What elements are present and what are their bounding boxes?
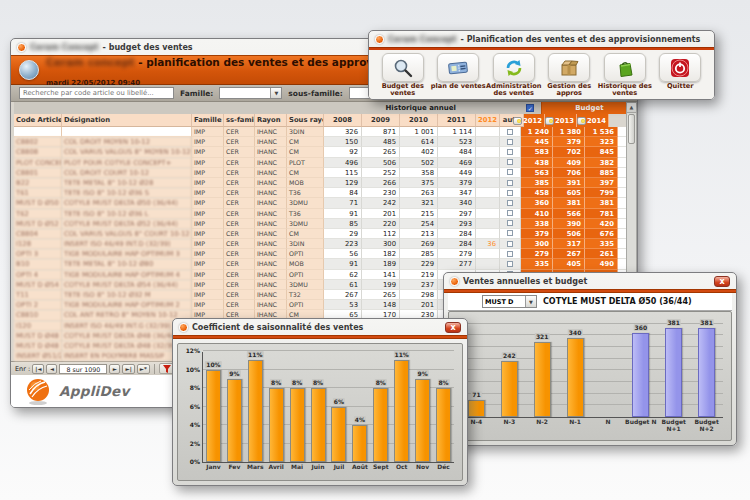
last-record-button[interactable]: ►| xyxy=(122,364,134,374)
auto-checkbox[interactable] xyxy=(507,210,513,216)
auto-checkbox[interactable] xyxy=(507,261,513,267)
gestion-des-appros-button[interactable]: Gestion des appros xyxy=(542,53,597,98)
gutter-cell xyxy=(618,219,626,229)
year-value-cell: 484 xyxy=(438,147,476,157)
column-header-2: Désignation xyxy=(62,114,192,127)
year-value-cell: 84 xyxy=(324,188,362,198)
next-record-button[interactable]: ► xyxy=(109,364,120,374)
close-icon[interactable]: x xyxy=(445,322,461,333)
auto-checkbox[interactable] xyxy=(507,180,513,186)
toolbar-titlebar[interactable]: Ceram Concept - Planification des ventes… xyxy=(369,31,714,47)
table-row[interactable]: C8802COL DROIT MOYEN 10-12IMPCERIHANCCM1… xyxy=(14,137,637,147)
budget-value-cell: 438 xyxy=(521,158,553,168)
auto-cell xyxy=(500,158,521,168)
table-row[interactable]: C8808COL VARUS VALGUS 8° MOYEN 10-12IMPC… xyxy=(14,147,637,157)
new-record-button[interactable]: ►* xyxy=(137,364,150,374)
auto-checkbox[interactable] xyxy=(507,159,513,165)
table-row[interactable]: IMPCERIHANC3DIN3268711 0011 1141 2401 38… xyxy=(14,127,637,137)
budget-value-cell: 1 380 xyxy=(553,127,585,137)
x-axis-label: Sept xyxy=(373,464,389,471)
auto-checkbox[interactable] xyxy=(507,230,513,236)
auto-checkbox[interactable] xyxy=(507,251,513,257)
ss-famille-cell: CER xyxy=(224,290,255,300)
auto-checkbox[interactable] xyxy=(507,149,513,155)
year-value-cell: 614 xyxy=(400,137,438,147)
auto-checkbox[interactable] xyxy=(507,241,513,247)
year-2012-cell xyxy=(476,188,500,198)
ss-famille-cell: CER xyxy=(224,127,255,137)
table-row[interactable]: OPTI 3TIGE MODULAIRE HAP OPTIMUM 3IMPCER… xyxy=(14,249,637,259)
y-axis-label: 6% xyxy=(182,403,200,410)
rayon-cell: IHANC xyxy=(255,158,287,168)
globe-icon xyxy=(19,60,39,80)
search-input[interactable] xyxy=(19,87,174,99)
sous-rayon-cell: CM xyxy=(287,147,324,157)
sous-rayon-cell: 3DMU xyxy=(287,198,324,208)
historique-des-ventes-button[interactable]: Historique des ventes xyxy=(597,53,652,98)
funnel-icon xyxy=(163,365,171,373)
bulb-icon[interactable] xyxy=(513,117,522,125)
administration-des-ventes-button[interactable]: Administration des ventes xyxy=(486,53,541,98)
scrollbar-thumb[interactable] xyxy=(628,114,635,144)
ss-famille-cell: CER xyxy=(224,188,255,198)
code-cell xyxy=(14,127,62,137)
table-row[interactable]: B22TETE METAL 8° 10-12 Ø28IMPCERIHANCMOB… xyxy=(14,178,637,188)
year-value-cell: 297 xyxy=(438,209,476,219)
auto-checkbox[interactable] xyxy=(507,129,513,135)
table-row[interactable]: PLOT CONCEPT+PLOT POUR COTYLE CONCEPT+IM… xyxy=(14,158,637,168)
famille-select[interactable]: ▼ xyxy=(219,87,282,99)
bulb-icon[interactable] xyxy=(545,117,554,125)
year-value-cell: 279 xyxy=(438,249,476,259)
quitter-button[interactable]: Quitter xyxy=(653,53,708,98)
table-row[interactable]: C8801COL DROIT COURT 10-12IMPCERIHANCCM1… xyxy=(14,168,637,178)
year-value-cell: 61 xyxy=(324,280,362,290)
chevron-down-icon[interactable]: ▼ xyxy=(525,296,536,307)
auto-cell xyxy=(500,127,521,137)
designation-cell: COL VARUS VALGUS 8° COURT 10-12 xyxy=(62,229,192,239)
table-row[interactable]: T62TETE ISO 8° 10-12 Ø36 LIMPCERIHANCT36… xyxy=(14,209,637,219)
product-select[interactable]: MUST D ▼ xyxy=(482,295,537,308)
scroll-up-icon[interactable]: ▲ xyxy=(627,103,636,113)
budget-value-cell: 317 xyxy=(553,239,585,249)
budget-value-cell: 1 536 xyxy=(585,127,618,137)
table-row[interactable]: C8804COL VARUS VALGUS 8° COURT 10-12IMPC… xyxy=(14,229,637,239)
auto-checkbox[interactable] xyxy=(507,190,513,196)
bulb-icon[interactable] xyxy=(577,117,586,125)
table-row[interactable]: B10TETE METAL 8° 10-12 Ø80IMPCERIHANCMOB… xyxy=(14,259,637,269)
budget-value-cell: 702 xyxy=(553,147,585,157)
prev-record-button[interactable]: ◄ xyxy=(46,364,57,374)
table-row[interactable]: I128INSERT ISO 46/49 INT.D (32/39)IMPCER… xyxy=(14,239,637,249)
ventes-titlebar[interactable]: Ventes annuelles et budget x xyxy=(444,273,736,289)
year-2012-cell: 36 xyxy=(476,239,500,249)
auto-checkbox[interactable] xyxy=(507,220,513,226)
famille-cell: IMP xyxy=(192,168,224,178)
code-cell: B10 xyxy=(14,259,62,269)
auto-checkbox[interactable] xyxy=(507,139,513,145)
gridline xyxy=(460,381,723,382)
budget-value-cell: 385 xyxy=(521,178,553,188)
plan-de-ventes-button[interactable]: plan de ventes xyxy=(431,53,486,98)
budget-value-cell: 279 xyxy=(521,249,553,259)
year-value-cell: 284 xyxy=(438,239,476,249)
sous-rayon-cell: OPTI xyxy=(287,249,324,259)
auto-all-checkbox[interactable]: ✓ xyxy=(526,104,534,112)
table-row[interactable]: MUST D Ø52 (36/44)COTYLE MUST DELTA Ø52 … xyxy=(14,219,637,229)
budget-des-ventes-button[interactable]: Budget des ventes xyxy=(375,53,430,98)
auto-checkbox[interactable] xyxy=(507,200,513,206)
auto-checkbox[interactable] xyxy=(507,169,513,175)
budget-value-cell: 390 xyxy=(553,219,585,229)
year-value-cell: 129 xyxy=(324,178,362,188)
chart-bar xyxy=(269,388,284,462)
code-cell: OPTI 3 xyxy=(14,249,62,259)
chart-bar xyxy=(394,360,409,462)
designation-cell: COTYLE MUST DELTA Ø52 (36/44) xyxy=(62,219,192,229)
season-titlebar[interactable]: Coefficient de saisonnalité des ventes x xyxy=(173,319,467,335)
first-record-button[interactable]: |◄ xyxy=(32,364,44,374)
close-icon[interactable]: x xyxy=(714,276,730,287)
table-row[interactable]: T61TETE ISO 8° 10-12 Ø36 SIMPCERIHANCT36… xyxy=(14,188,637,198)
sous-rayon-cell: PLOT xyxy=(287,158,324,168)
gridline xyxy=(460,346,723,347)
chevron-down-icon[interactable]: ▼ xyxy=(270,88,281,98)
year-value-cell: 402 xyxy=(400,147,438,157)
table-row[interactable]: MUST D Ø50 (36/44)COTYLE MUST DELTA Ø50 … xyxy=(14,198,637,208)
